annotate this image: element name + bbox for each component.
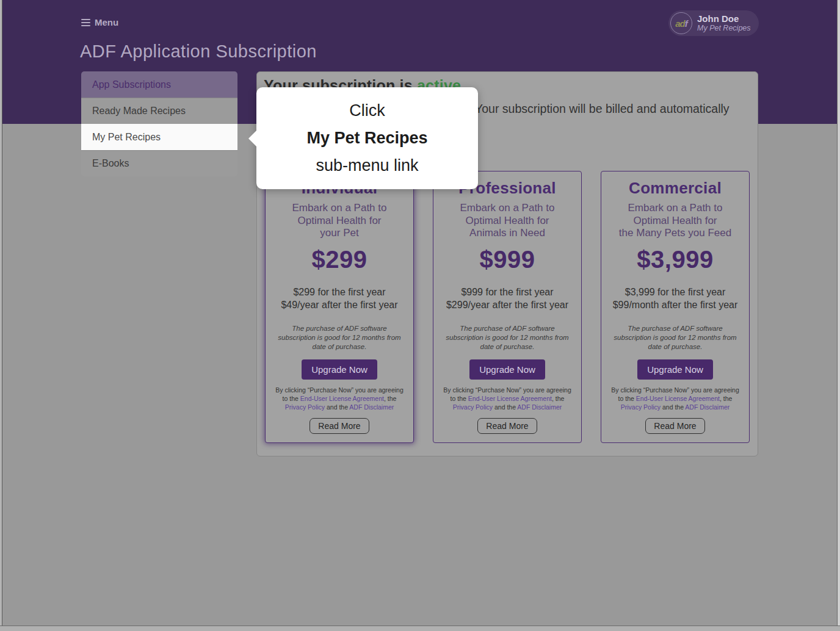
detail-line: $999 for the first year [440,286,575,298]
hamburger-icon [81,19,90,26]
tooltip-target-label: My Pet Recipes [306,124,427,152]
app-window: Menu ADF Application Subscription adf Jo… [0,0,840,631]
plan-billing-details: $299 for the first year $49/year after t… [272,286,407,311]
plan-fine-print: The purchase of ADF software subscriptio… [440,324,575,352]
tagline-line: your Pet [272,227,407,240]
sidebar-item-ready-made-recipes[interactable]: Ready Made Recipes [81,98,237,124]
user-workspace: My Pet Recipes [697,24,751,32]
adf-disclaimer-link[interactable]: ADF Disclaimer [349,403,394,411]
plan-tagline: Embark on a Path to Optimal Health for A… [440,202,575,240]
read-more-button[interactable]: Read More [477,418,537,434]
user-badge[interactable]: adf John Doe My Pet Recipes [668,10,759,36]
legal-text: and the [661,403,685,411]
menu-label: Menu [95,17,118,27]
plan-price: $999 [440,246,575,273]
plan-fine-print: The purchase of ADF software subscriptio… [272,324,407,352]
plan-card-professional: Professional Embark on a Path to Optimal… [433,171,582,443]
user-name: John Doe [697,13,751,24]
plan-card-commercial: Commercial Embark on a Path to Optimal H… [601,171,750,443]
tour-tooltip: Click My Pet Recipes sub-menu link [256,87,478,189]
legal-text: and the [325,403,349,411]
submenu: App Subscriptions Ready Made Recipes My … [81,71,237,176]
eula-link[interactable]: End-User License Agreement [300,395,384,402]
page-title: ADF Application Subscription [80,41,317,62]
adf-disclaimer-link[interactable]: ADF Disclaimer [685,403,730,411]
tooltip-line: Click [349,97,385,124]
plan-billing-details: $3,999 for the first year $99/month afte… [607,286,743,311]
window-left-edge [0,0,2,631]
tooltip-line: sub-menu link [316,152,418,179]
tagline-line: Embark on a Path to [607,202,743,215]
tagline-line: the Many Pets you Feed [607,227,743,240]
sidebar-item-app-subscriptions[interactable]: App Subscriptions [81,71,237,98]
upgrade-now-button[interactable]: Upgrade Now [469,359,545,380]
plan-name: Commercial [607,179,743,198]
tagline-line: Embark on a Path to [272,202,407,215]
tagline-line: Optimal Health for [440,215,575,228]
logo-text: ad [675,18,685,29]
plan-fine-print: The purchase of ADF software subscriptio… [607,324,743,352]
upgrade-now-button[interactable]: Upgrade Now [302,359,377,380]
window-bottom-edge [0,626,840,631]
privacy-policy-link[interactable]: Privacy Policy [621,403,661,411]
detail-line: $299 for the first year [272,286,407,298]
user-meta: John Doe My Pet Recipes [697,13,751,33]
detail-line: $299/year after the first year [440,298,575,311]
menu-button[interactable]: Menu [81,17,118,27]
billing-info-text: Your subscription will be billed and aut… [475,102,730,116]
detail-line: $3,999 for the first year [607,286,743,298]
window-right-edge [837,0,840,631]
plan-tagline: Embark on a Path to Optimal Health for t… [607,202,743,240]
pricing-cards: Individual Embark on a Path to Optimal H… [265,171,750,443]
tagline-line: Embark on a Path to [440,202,575,215]
upgrade-now-button[interactable]: Upgrade Now [637,359,713,380]
eula-link[interactable]: End-User License Agreement [468,395,552,402]
read-more-button[interactable]: Read More [645,418,704,434]
tooltip-arrow-icon [248,131,256,146]
plan-billing-details: $999 for the first year $299/year after … [440,286,575,311]
plan-card-individual: Individual Embark on a Path to Optimal H… [265,171,414,443]
plan-price: $299 [272,246,407,273]
detail-line: $99/month after the first year [607,298,743,311]
sidebar-item-my-pet-recipes[interactable]: My Pet Recipes [81,124,237,150]
adf-disclaimer-link[interactable]: ADF Disclaimer [517,403,562,411]
detail-line: $49/year after the first year [272,298,407,311]
plan-tagline: Embark on a Path to Optimal Health for y… [272,202,407,240]
adf-logo-icon: adf [670,12,692,34]
legal-text: , the [384,395,396,402]
read-more-button[interactable]: Read More [310,418,369,434]
privacy-policy-link[interactable]: Privacy Policy [285,403,325,411]
tagline-line: Optimal Health for [607,215,743,228]
legal-text: and the [493,403,517,411]
plan-legal-text: By clicking “Purchase Now” you are agree… [607,386,743,411]
legal-text: , the [552,395,564,402]
plan-legal-text: By clicking “Purchase Now” you are agree… [272,386,407,411]
logo-text: f [685,18,687,29]
tagline-line: Optimal Health for [272,215,407,228]
privacy-policy-link[interactable]: Privacy Policy [453,403,493,411]
eula-link[interactable]: End-User License Agreement [636,395,720,402]
plan-legal-text: By clicking “Purchase Now” you are agree… [440,386,575,411]
plan-price: $3,999 [607,246,743,273]
legal-text: , the [720,395,732,402]
sidebar-item-e-books[interactable]: E-Books [81,150,237,176]
tagline-line: Animals in Need [440,227,575,240]
